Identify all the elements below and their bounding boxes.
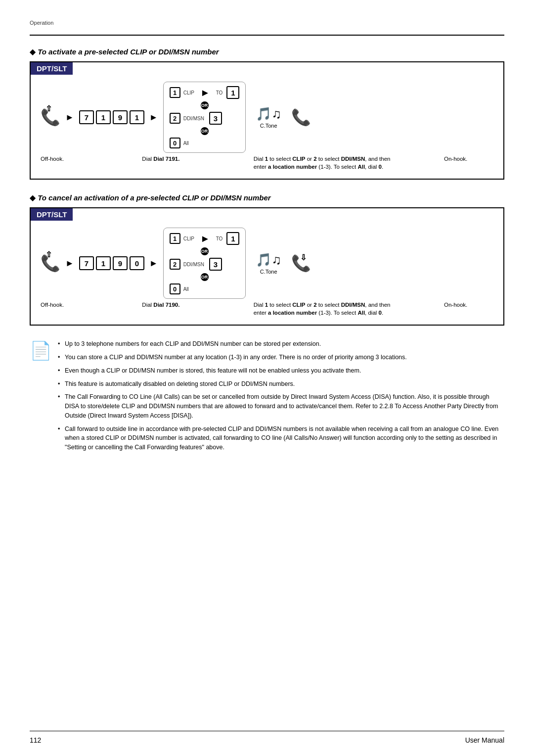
label-instructions-2: Dial 1 to select CLIP or 2 to select DDI… — [254, 301, 402, 317]
top-rule — [30, 35, 504, 36]
notes-section: 📄 Up to 3 telephone numbers for each CLI… — [30, 339, 504, 456]
or-badge4: OR — [201, 273, 209, 281]
bottom-rule — [30, 731, 504, 731]
ddi-label2: DDI/MSN — [183, 262, 204, 267]
phone-onhook-2: 📞 ⇩ — [291, 254, 311, 273]
key-last-2: 0 — [130, 256, 144, 270]
or4-row: OR — [170, 273, 240, 282]
label-onhook-2: On-hook. — [444, 301, 493, 309]
label-dial-2: Dial Dial 7190. — [142, 301, 211, 309]
section2-dial-group: 7 1 9 0 — [79, 256, 144, 270]
section1-diagram: DPT/SLT 📞 ⇧ ► 7 1 9 1 ► — [30, 61, 504, 180]
key-9-2: 9 — [113, 256, 128, 270]
or-badge2: OR — [201, 127, 209, 135]
note-item-1: You can store a CLIP and DDI/MSN number … — [58, 353, 504, 362]
section2-brace: 1 CLIP ► TO 1 OR 2 DDI/MSN 3 — [163, 228, 246, 299]
label-dial-1: Dial Dial 7191. — [142, 155, 211, 163]
to-label2: TO — [216, 236, 223, 241]
key-7-1: 7 — [79, 110, 94, 124]
note-list: Up to 3 telephone numbers for each CLIP … — [58, 339, 504, 456]
ctone-label2: C.Tone — [260, 269, 277, 275]
section2-ctone: 🎵♫ C.Tone — [256, 252, 281, 275]
brace-key2-1: 2 — [170, 113, 180, 124]
arrow-up-2: ⇧ — [45, 250, 52, 259]
note-item-4: The Call Forwarding to CO Line (All Call… — [58, 392, 504, 420]
footer-page: 112 — [30, 736, 41, 744]
or1-row: OR — [170, 101, 240, 110]
arrow-down-2: ⇩ — [300, 253, 307, 262]
section2-title: To cancel an activation of a pre-selecte… — [30, 193, 504, 202]
all-label2: All — [183, 286, 189, 292]
arrow-up-1: ⇧ — [45, 104, 52, 113]
brace-key3-2: 0 — [170, 284, 180, 294]
brace-key1-2: 1 — [170, 233, 180, 244]
footer-manual: User Manual — [465, 736, 504, 744]
arrow3: ► — [65, 258, 74, 269]
label-offhook-2: Off-hook. — [41, 301, 100, 309]
note-item-3: This feature is automatically disabled o… — [58, 379, 504, 389]
dest-key2-2: 3 — [209, 258, 222, 271]
section1-header: DPT/SLT — [31, 62, 73, 75]
dest-key2-1: 3 — [209, 112, 222, 125]
page-container: Operation To activate a pre-selected CLI… — [0, 0, 534, 756]
brace-key1-1: 1 — [170, 87, 180, 98]
section2-label-row: Off-hook. Dial Dial 7190. Dial 1 to sele… — [31, 301, 503, 317]
brace-arrow1: ► — [200, 87, 210, 98]
clip-label1: CLIP — [183, 90, 194, 95]
note-item-0: Up to 3 telephone numbers for each CLIP … — [58, 339, 504, 349]
phone-onhook-1: 📞 — [291, 108, 311, 127]
label-onhook-1: On-hook. — [444, 155, 493, 163]
section1-brace: 1 CLIP ► TO 1 OR 2 DDI/MSN 3 — [163, 82, 246, 153]
note-item-5: Call forward to outside line in accordan… — [58, 425, 504, 452]
section2-header: DPT/SLT — [31, 208, 73, 221]
clip-label2: CLIP — [183, 236, 194, 241]
section1-dial-group: 7 1 9 1 — [79, 110, 144, 124]
label-instructions-1: Dial 1 to select CLIP or 2 to select DDI… — [254, 155, 402, 171]
ctone-icon2: 🎵♫ — [256, 252, 281, 268]
all-label1: All — [183, 141, 189, 146]
or2-row: OR — [170, 127, 240, 136]
brace-key2-2: 2 — [170, 259, 180, 270]
key-7-2: 7 — [79, 256, 94, 270]
ctone-label1: C.Tone — [260, 123, 277, 129]
phone-offhook-2: 📞 ⇧ — [41, 254, 60, 273]
section1-title: To activate a pre-selected CLIP or DDI/M… — [30, 47, 504, 56]
brace-row3-2: 0 All — [170, 284, 240, 294]
section1-diagram-row: 📞 ⇧ ► 7 1 9 1 ► 1 CLIP ► TO — [31, 82, 503, 153]
to-label1: TO — [216, 90, 223, 95]
key-9-1: 9 — [113, 110, 128, 124]
brace-key3-1: 0 — [170, 138, 180, 148]
brace-row3-1: 0 All — [170, 138, 240, 148]
section1-label-row: Off-hook. Dial Dial 7191. Dial 1 to sele… — [31, 155, 503, 171]
section2-diagram: DPT/SLT 📞 ⇧ ► 7 1 9 0 ► — [30, 207, 504, 326]
key-1-1: 1 — [96, 110, 111, 124]
ddi-label1: DDI/MSN — [183, 116, 204, 121]
brace-row2-2: 2 DDI/MSN 3 — [170, 258, 240, 271]
arrow2: ► — [149, 112, 158, 123]
ctone-icon1: 🎵♫ — [256, 106, 281, 122]
arrow4: ► — [149, 258, 158, 269]
note-icon: 📄 — [30, 340, 52, 456]
brace-row2-1: 2 DDI/MSN 3 — [170, 112, 240, 125]
key-1-2: 1 — [96, 256, 111, 270]
breadcrumb: Operation — [30, 20, 504, 26]
section2-diagram-row: 📞 ⇧ ► 7 1 9 0 ► 1 CLIP ► TO — [31, 228, 503, 299]
dest-key1-2: 1 — [226, 232, 239, 245]
key-last-1: 1 — [130, 110, 144, 124]
label-offhook-1: Off-hook. — [41, 155, 100, 163]
or-badge1: OR — [201, 101, 209, 109]
phone-offhook-1: 📞 ⇧ — [41, 108, 60, 127]
or3-row: OR — [170, 247, 240, 256]
brace-row1-1: 1 CLIP ► TO 1 — [170, 86, 240, 99]
arrow1: ► — [65, 112, 74, 123]
brace-arrow2: ► — [200, 233, 210, 244]
section1-ctone: 🎵♫ C.Tone — [256, 106, 281, 129]
dest-key1-1: 1 — [226, 86, 239, 99]
brace-row1-2: 1 CLIP ► TO 1 — [170, 232, 240, 245]
phone-end-icon1: 📞 — [291, 108, 311, 126]
note-item-2: Even though a CLIP or DDI/MSN number is … — [58, 366, 504, 376]
or-badge3: OR — [201, 247, 209, 255]
footer: 112 User Manual — [30, 736, 504, 744]
